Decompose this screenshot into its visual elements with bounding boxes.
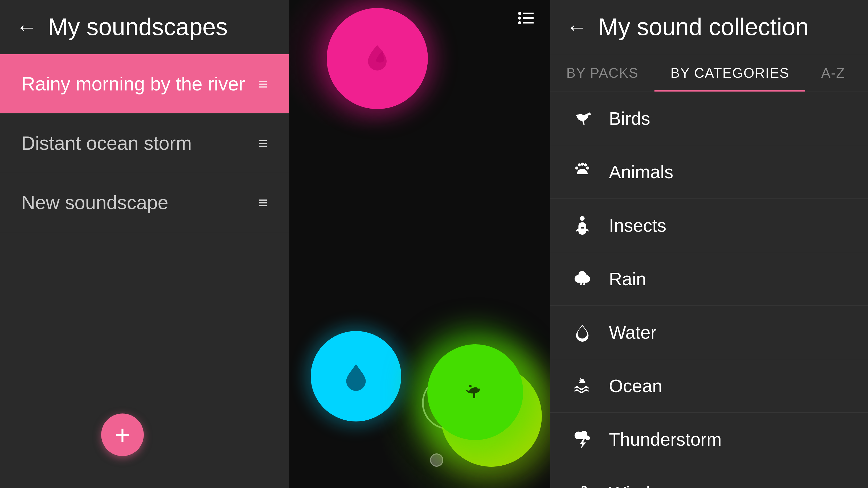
- category-name-animals: Animals: [609, 162, 673, 182]
- left-panel-title: My soundscapes: [48, 13, 228, 41]
- category-item-insects[interactable]: Insects: [550, 199, 868, 252]
- insects-icon: [572, 215, 593, 236]
- svg-point-6: [469, 385, 471, 387]
- category-item-water[interactable]: Water: [550, 306, 868, 359]
- plus-icon: +: [115, 421, 130, 448]
- wind-icon: [572, 482, 593, 488]
- add-soundscape-button[interactable]: +: [101, 414, 144, 456]
- tab-by-categories[interactable]: BY CATEGORIES: [654, 54, 805, 92]
- rain-icon: [572, 268, 593, 290]
- back-button-left[interactable]: ←: [16, 15, 37, 39]
- soundscape-list: Rainy morning by the river ≡ Distant oce…: [0, 54, 289, 488]
- right-panel-title: My sound collection: [598, 13, 809, 41]
- soundscape-name-new: New soundscape: [21, 192, 168, 214]
- tab-a-z[interactable]: A-Z: [805, 54, 861, 92]
- category-list: Birds Animals Insects Rain: [550, 92, 868, 488]
- category-item-birds[interactable]: Birds: [550, 92, 868, 145]
- category-item-rain[interactable]: Rain: [550, 252, 868, 306]
- tabs-row: BY PACKS BY CATEGORIES A-Z: [550, 54, 868, 92]
- bubble-bird[interactable]: [427, 344, 523, 440]
- category-item-ocean[interactable]: Ocean: [550, 359, 868, 413]
- bubble-canvas: [289, 0, 550, 488]
- svg-point-7: [577, 115, 579, 116]
- back-button-right[interactable]: ←: [566, 15, 588, 39]
- soundscape-item-rainy[interactable]: Rainy morning by the river ≡: [0, 54, 289, 113]
- thunderstorm-icon: [572, 429, 593, 450]
- birds-icon: [572, 108, 593, 129]
- category-item-animals[interactable]: Animals: [550, 145, 868, 199]
- soundscape-name-ocean: Distant ocean storm: [21, 132, 192, 154]
- category-name-ocean: Ocean: [609, 376, 662, 396]
- right-panel: ← My sound collection BY PACKS BY CATEGO…: [550, 0, 868, 488]
- category-name-water: Water: [609, 322, 657, 343]
- category-item-thunderstorm[interactable]: Thunderstorm: [550, 413, 868, 466]
- category-item-wind[interactable]: Wind: [550, 466, 868, 488]
- category-name-wind: Wind: [609, 482, 650, 488]
- soundscape-item-new[interactable]: New soundscape ≡: [0, 173, 289, 232]
- soundscape-item-ocean[interactable]: Distant ocean storm ≡: [0, 113, 289, 173]
- left-panel: ← My soundscapes Rainy morning by the ri…: [0, 0, 289, 488]
- category-name-thunderstorm: Thunderstorm: [609, 429, 721, 450]
- soundscape-name-rainy: Rainy morning by the river: [21, 73, 245, 95]
- left-header: ← My soundscapes: [0, 0, 289, 54]
- bubble-rain[interactable]: [327, 8, 428, 109]
- animals-icon: [572, 161, 593, 183]
- drag-handle-new[interactable]: ≡: [258, 193, 268, 212]
- tab-by-packs[interactable]: BY PACKS: [550, 54, 654, 92]
- right-header: ← My sound collection: [550, 0, 868, 54]
- drag-handle-rainy[interactable]: ≡: [258, 75, 268, 93]
- category-name-insects: Insects: [609, 215, 666, 236]
- bubble-dot[interactable]: [430, 453, 443, 467]
- ocean-icon: [572, 375, 593, 396]
- drag-handle-ocean[interactable]: ≡: [258, 134, 268, 153]
- bubble-water[interactable]: [311, 331, 401, 421]
- middle-panel: [289, 0, 550, 488]
- water-icon: [572, 322, 593, 343]
- category-name-birds: Birds: [609, 108, 650, 129]
- category-name-rain: Rain: [609, 268, 646, 289]
